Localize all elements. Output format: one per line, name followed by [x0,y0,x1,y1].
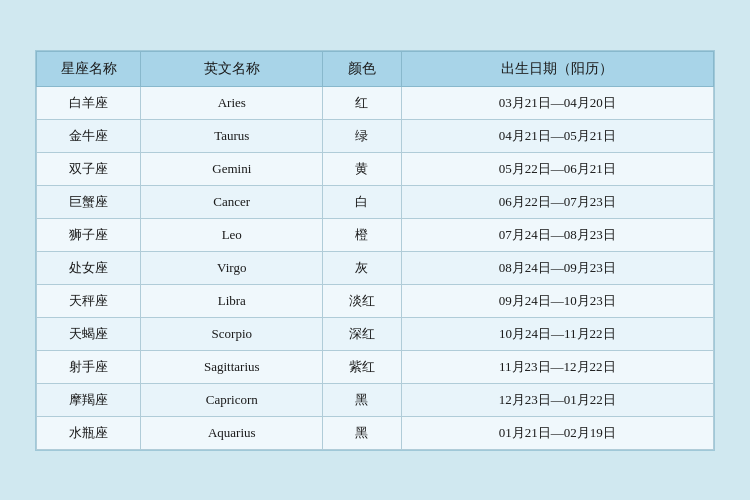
cell-chinese: 水瓶座 [37,416,141,449]
cell-chinese: 双子座 [37,152,141,185]
cell-english: Capricorn [141,383,323,416]
cell-english: Libra [141,284,323,317]
cell-chinese: 天蝎座 [37,317,141,350]
cell-color: 橙 [323,218,401,251]
header-color: 颜色 [323,51,401,86]
table-row: 摩羯座Capricorn黑12月23日—01月22日 [37,383,714,416]
table-row: 金牛座Taurus绿04月21日—05月21日 [37,119,714,152]
table-row: 狮子座Leo橙07月24日—08月23日 [37,218,714,251]
cell-color: 红 [323,86,401,119]
zodiac-table: 星座名称 英文名称 颜色 出生日期（阳历） 白羊座Aries红03月21日—04… [36,51,714,450]
cell-chinese: 处女座 [37,251,141,284]
cell-color: 灰 [323,251,401,284]
table-row: 射手座Sagittarius紫红11月23日—12月22日 [37,350,714,383]
cell-english: Aquarius [141,416,323,449]
table-row: 天秤座Libra淡红09月24日—10月23日 [37,284,714,317]
cell-color: 淡红 [323,284,401,317]
cell-date: 01月21日—02月19日 [401,416,713,449]
cell-english: Gemini [141,152,323,185]
cell-date: 07月24日—08月23日 [401,218,713,251]
cell-color: 黑 [323,416,401,449]
cell-chinese: 射手座 [37,350,141,383]
cell-date: 05月22日—06月21日 [401,152,713,185]
cell-english: Cancer [141,185,323,218]
table-header-row: 星座名称 英文名称 颜色 出生日期（阳历） [37,51,714,86]
header-chinese: 星座名称 [37,51,141,86]
cell-chinese: 狮子座 [37,218,141,251]
cell-english: Sagittarius [141,350,323,383]
header-english: 英文名称 [141,51,323,86]
cell-chinese: 巨蟹座 [37,185,141,218]
cell-english: Scorpio [141,317,323,350]
cell-chinese: 摩羯座 [37,383,141,416]
cell-chinese: 金牛座 [37,119,141,152]
cell-date: 08月24日—09月23日 [401,251,713,284]
cell-date: 04月21日—05月21日 [401,119,713,152]
cell-date: 10月24日—11月22日 [401,317,713,350]
cell-date: 12月23日—01月22日 [401,383,713,416]
cell-color: 黄 [323,152,401,185]
table-row: 双子座Gemini黄05月22日—06月21日 [37,152,714,185]
cell-color: 深红 [323,317,401,350]
table-row: 处女座Virgo灰08月24日—09月23日 [37,251,714,284]
cell-english: Aries [141,86,323,119]
cell-color: 黑 [323,383,401,416]
cell-date: 03月21日—04月20日 [401,86,713,119]
zodiac-table-container: 星座名称 英文名称 颜色 出生日期（阳历） 白羊座Aries红03月21日—04… [35,50,715,451]
cell-chinese: 天秤座 [37,284,141,317]
table-row: 水瓶座Aquarius黑01月21日—02月19日 [37,416,714,449]
cell-chinese: 白羊座 [37,86,141,119]
cell-english: Taurus [141,119,323,152]
cell-date: 11月23日—12月22日 [401,350,713,383]
table-row: 白羊座Aries红03月21日—04月20日 [37,86,714,119]
cell-english: Virgo [141,251,323,284]
cell-english: Leo [141,218,323,251]
cell-color: 白 [323,185,401,218]
cell-color: 绿 [323,119,401,152]
table-row: 天蝎座Scorpio深红10月24日—11月22日 [37,317,714,350]
header-date: 出生日期（阳历） [401,51,713,86]
cell-date: 09月24日—10月23日 [401,284,713,317]
table-row: 巨蟹座Cancer白06月22日—07月23日 [37,185,714,218]
cell-date: 06月22日—07月23日 [401,185,713,218]
cell-color: 紫红 [323,350,401,383]
